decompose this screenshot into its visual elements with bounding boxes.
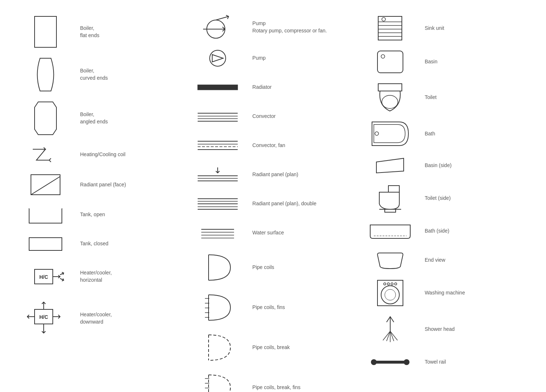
column-3: Sink unit Basin xyxy=(359,11,531,392)
svg-rect-75 xyxy=(388,186,399,192)
pump-label: Pump xyxy=(247,55,357,62)
toilet-row: Toilet xyxy=(359,78,531,116)
svg-line-90 xyxy=(390,331,394,341)
basin-symbol xyxy=(361,49,419,75)
radiant-panel-plan-double-row: Radiant panel (plan), double xyxy=(187,189,359,218)
radiant-panel-face-label: Radiant panel (face) xyxy=(75,181,185,189)
water-surface-symbol xyxy=(189,226,247,240)
bath-label: Bath xyxy=(419,130,530,138)
radiant-panel-plan-label: Radiant panel (plan) xyxy=(247,171,357,178)
svg-point-81 xyxy=(385,289,396,300)
heater-cooler-horiz-row: H/C Heater/cooler,horizontal xyxy=(15,258,187,295)
svg-point-83 xyxy=(387,283,389,285)
water-surface-label: Water surface xyxy=(247,229,357,237)
basin-side-row: Basin (side) xyxy=(359,151,531,180)
pipe-coils-break-label: Pipe coils, break xyxy=(247,344,357,351)
boiler-angled-symbol xyxy=(16,100,75,136)
pipe-coils-row: Pipe coils xyxy=(187,248,359,288)
svg-line-88 xyxy=(387,331,390,341)
boiler-angled-row: Boiler,angled ends xyxy=(15,96,187,140)
boiler-flat-label: Boiler,flat ends xyxy=(75,25,185,39)
boiler-curved-label: Boiler,curved ends xyxy=(75,67,185,82)
radiant-panel-plan-row: Radiant panel (plan) xyxy=(187,160,359,189)
end-view-symbol xyxy=(361,251,419,269)
heating-cooling-coil-row: Heating/Cooling coil xyxy=(15,140,187,169)
svg-rect-26 xyxy=(198,85,238,90)
pipe-coils-break-fins-row: Pipe coils, break, fins xyxy=(187,368,359,392)
towel-rail-symbol xyxy=(361,357,419,368)
boiler-flat-symbol xyxy=(16,15,75,49)
washing-machine-row: Washing machine xyxy=(359,275,531,311)
svg-rect-71 xyxy=(378,84,402,91)
pipe-coils-fins-label: Pipe coils, fins xyxy=(247,304,357,311)
column-1: Boiler,flat ends Boiler,curved ends Boil… xyxy=(15,11,187,392)
heater-cooler-down-label: Heater/cooler,downward xyxy=(75,311,185,325)
svg-text:H/C: H/C xyxy=(39,314,48,320)
svg-rect-77 xyxy=(385,209,396,212)
svg-point-92 xyxy=(371,359,377,365)
convector-fan-row: Convector, fan xyxy=(187,131,359,160)
toilet-side-row: Toilet (side) xyxy=(359,180,531,217)
svg-point-94 xyxy=(404,359,410,365)
radiator-symbol xyxy=(189,82,247,93)
basin-row: Basin xyxy=(359,45,531,78)
svg-point-84 xyxy=(391,283,393,285)
convector-label: Convector xyxy=(247,113,357,120)
radiant-panel-plan-symbol xyxy=(189,166,247,184)
sink-unit-label: Sink unit xyxy=(419,25,530,32)
radiant-panel-plan-double-label: Radiant panel (plan), double xyxy=(247,200,357,207)
towel-rail-label: Towel rail xyxy=(419,359,530,366)
radiant-panel-plan-double-symbol xyxy=(189,196,247,212)
heating-cooling-coil-label: Heating/Cooling coil xyxy=(75,151,185,158)
towel-rail-row: Towel rail xyxy=(359,348,531,377)
radiant-panel-face-row: Radiant panel (face) xyxy=(15,169,187,200)
svg-line-91 xyxy=(390,331,397,340)
tank-open-label: Tank, open xyxy=(75,211,185,218)
end-view-row: End view xyxy=(359,246,531,275)
svg-point-72 xyxy=(382,95,398,108)
tank-open-row: Tank, open xyxy=(15,200,187,229)
washing-machine-symbol xyxy=(361,278,419,308)
radiant-panel-face-symbol xyxy=(16,173,75,197)
heater-cooler-horiz-symbol: H/C xyxy=(16,262,75,291)
svg-text:H/C: H/C xyxy=(39,274,48,280)
bath-side-row: Bath (side) xyxy=(359,217,531,246)
boiler-curved-symbol xyxy=(16,56,75,93)
svg-point-73 xyxy=(375,132,379,135)
toilet-label: Toilet xyxy=(419,94,530,101)
pump-rotary-label: PumpRotary pump, compressor or fan. xyxy=(247,20,357,34)
bath-symbol xyxy=(361,120,419,147)
tank-closed-symbol xyxy=(16,236,75,252)
pipe-coils-break-symbol xyxy=(189,331,247,364)
pump-symbol xyxy=(189,47,247,69)
toilet-side-symbol xyxy=(361,184,419,213)
toilet-symbol xyxy=(361,82,419,113)
heater-cooler-down-row: H/C Heater/cooler,downward xyxy=(15,295,187,342)
radiator-label: Radiator xyxy=(247,84,357,91)
bath-side-label: Bath (side) xyxy=(419,227,530,235)
pump-rotary-row: PumpRotary pump, compressor or fan. xyxy=(187,11,359,44)
convector-fan-symbol xyxy=(189,139,247,152)
washing-machine-label: Washing machine xyxy=(419,289,530,297)
tank-closed-row: Tank, closed xyxy=(15,229,187,258)
basin-label: Basin xyxy=(419,58,530,66)
svg-rect-0 xyxy=(35,16,56,47)
svg-marker-25 xyxy=(212,55,223,62)
sink-unit-symbol xyxy=(361,15,419,42)
convector-row: Convector xyxy=(187,102,359,131)
pump-rotary-symbol xyxy=(189,15,247,40)
convector-fan-label: Convector, fan xyxy=(247,142,357,149)
svg-line-23 xyxy=(216,16,229,20)
pipe-coils-break-row: Pipe coils, break xyxy=(187,328,359,368)
column-2: PumpRotary pump, compressor or fan. Pump… xyxy=(187,11,359,392)
end-view-label: End view xyxy=(419,257,530,264)
svg-line-87 xyxy=(383,331,390,340)
shower-head-label: Shower head xyxy=(419,326,530,333)
pipe-coils-fins-symbol xyxy=(189,291,247,324)
svg-rect-4 xyxy=(29,209,62,223)
bath-side-symbol xyxy=(361,223,419,239)
pipe-coils-break-fins-symbol xyxy=(189,371,247,392)
toilet-side-label: Toilet (side) xyxy=(419,195,530,202)
radiator-row: Radiator xyxy=(187,73,359,102)
tank-closed-label: Tank, closed xyxy=(75,240,185,248)
